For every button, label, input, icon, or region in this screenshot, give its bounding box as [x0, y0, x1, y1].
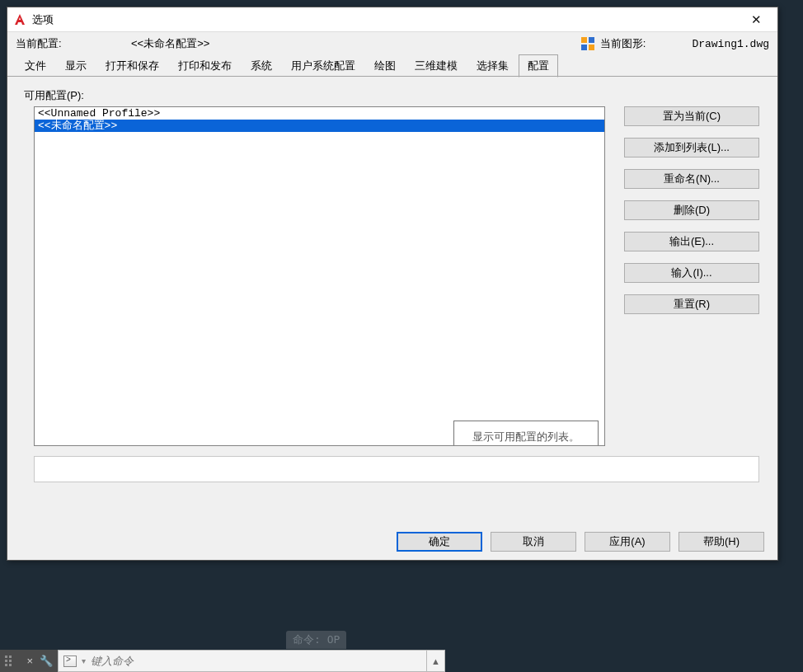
window-close-button[interactable]: ✕ — [740, 10, 772, 30]
chevron-down-icon[interactable]: ▾ — [82, 656, 86, 665]
tab-3d-modeling[interactable]: 三维建模 — [406, 54, 467, 77]
tab-plot-publish[interactable]: 打印和发布 — [169, 54, 241, 77]
ok-button[interactable]: 确定 — [397, 532, 482, 552]
tab-selection[interactable]: 选择集 — [467, 54, 518, 77]
command-bar-handle[interactable]: × 🔧 — [0, 650, 58, 672]
command-bar: × 🔧 ▾ ▲ — [0, 650, 803, 672]
profile-row[interactable]: <<Unnamed Profile>> — [35, 107, 604, 120]
svg-rect-1 — [589, 37, 594, 43]
description-box — [34, 456, 759, 482]
reset-button[interactable]: 重置(R) — [624, 294, 759, 314]
current-config-label: 当前配置: — [16, 36, 131, 51]
import-button[interactable]: 输入(I)... — [624, 263, 759, 283]
command-history: 命令: OP — [286, 631, 346, 649]
profiles-tooltip: 显示可用配置的列表。 — [453, 421, 599, 446]
wrench-icon[interactable]: 🔧 — [40, 655, 53, 667]
current-drawing-value: Drawing1.dwg — [692, 38, 769, 50]
tab-file[interactable]: 文件 — [16, 54, 55, 77]
command-input[interactable] — [91, 655, 421, 667]
tab-display[interactable]: 显示 — [56, 54, 96, 77]
add-to-list-button[interactable]: 添加到列表(L)... — [624, 138, 759, 157]
cancel-button[interactable]: 取消 — [491, 532, 576, 552]
set-current-button[interactable]: 置为当前(C) — [624, 106, 759, 126]
autocad-logo-icon — [12, 12, 27, 27]
config-info-row: 当前配置: <<未命名配置>> 当前图形: Drawing1.dwg — [7, 32, 777, 55]
close-icon[interactable]: × — [26, 655, 33, 667]
svg-rect-0 — [581, 37, 587, 43]
tab-profiles[interactable]: 配置 — [519, 54, 558, 78]
window-title: 选项 — [32, 12, 54, 27]
profiles-panel: 可用配置(P): <<Unnamed Profile>> <<未命名配置>> 显… — [7, 76, 777, 523]
tab-system[interactable]: 系统 — [242, 54, 281, 77]
tab-drafting[interactable]: 绘图 — [365, 54, 405, 77]
tab-open-save[interactable]: 打开和保存 — [96, 54, 168, 77]
svg-rect-3 — [589, 45, 594, 50]
command-input-wrap[interactable]: ▾ — [58, 650, 427, 672]
options-dialog: 选项 ✕ 当前配置: <<未命名配置>> 当前图形: Drawing1.dwg … — [7, 7, 778, 561]
drawing-icon — [580, 36, 595, 51]
apply-button[interactable]: 应用(A) — [585, 532, 670, 552]
current-config-value: <<未命名配置>> — [131, 36, 209, 51]
profile-row[interactable]: <<未命名配置>> — [35, 120, 604, 132]
terminal-icon — [63, 656, 77, 667]
command-expand-button[interactable]: ▲ — [427, 650, 445, 672]
help-button[interactable]: 帮助(H) — [679, 532, 764, 552]
profile-side-buttons: 置为当前(C) 添加到列表(L)... 重命名(N)... 删除(D) 输出(E… — [624, 106, 759, 314]
titlebar: 选项 ✕ — [7, 7, 777, 32]
rename-button[interactable]: 重命名(N)... — [624, 169, 759, 189]
dialog-footer: 确定 取消 应用(A) 帮助(H) — [7, 524, 777, 560]
profiles-listbox[interactable]: <<Unnamed Profile>> <<未命名配置>> 显示可用配置的列表。 — [34, 106, 605, 446]
available-profiles-label: 可用配置(P): — [24, 88, 764, 103]
tabstrip: 文件 显示 打开和保存 打印和发布 系统 用户系统配置 绘图 三维建模 选择集 … — [7, 55, 777, 77]
grip-icon — [5, 656, 12, 666]
export-button[interactable]: 输出(E)... — [624, 232, 759, 251]
svg-rect-2 — [581, 45, 587, 50]
tab-user-prefs[interactable]: 用户系统配置 — [282, 54, 364, 77]
delete-button[interactable]: 删除(D) — [624, 200, 759, 220]
current-drawing-label: 当前图形: — [600, 36, 646, 51]
